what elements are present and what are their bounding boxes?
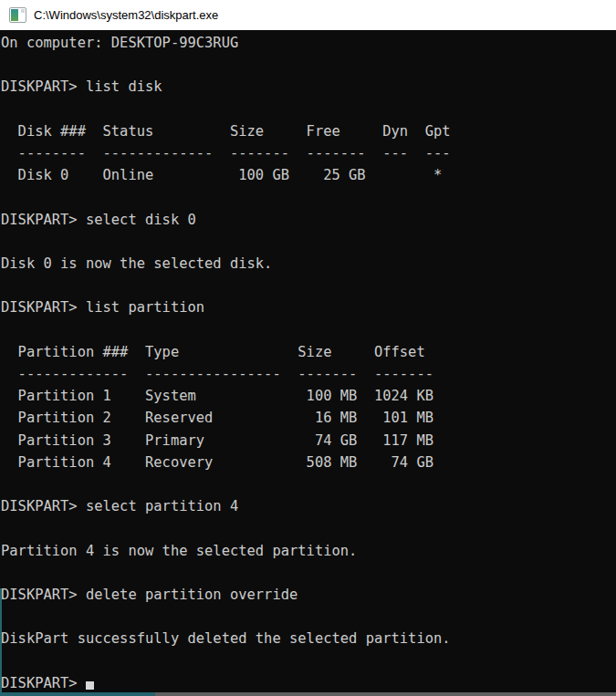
- diskpart-window: C:\Windows\system32\diskpart.exe On comp…: [0, 0, 616, 696]
- console-window-icon: [9, 7, 26, 23]
- console-prompt: DISKPART>: [1, 675, 86, 691]
- window-border-bottom: [155, 692, 616, 696]
- window-border-bottom-accent: [0, 692, 155, 696]
- window-border-left-accent: [0, 588, 2, 696]
- console-window-icon-pane: [11, 9, 18, 21]
- console-output: On computer: DESKTOP-99C3RUG DISKPART> l…: [1, 35, 451, 647]
- titlebar[interactable]: C:\Windows\system32\diskpart.exe: [0, 0, 616, 30]
- text-cursor: [86, 681, 94, 690]
- console-window-icon-strip: [21, 9, 25, 13]
- console-screen[interactable]: On computer: DESKTOP-99C3RUG DISKPART> l…: [0, 30, 616, 696]
- window-title: C:\Windows\system32\diskpart.exe: [34, 8, 218, 22]
- console-text: On computer: DESKTOP-99C3RUG DISKPART> l…: [0, 30, 616, 694]
